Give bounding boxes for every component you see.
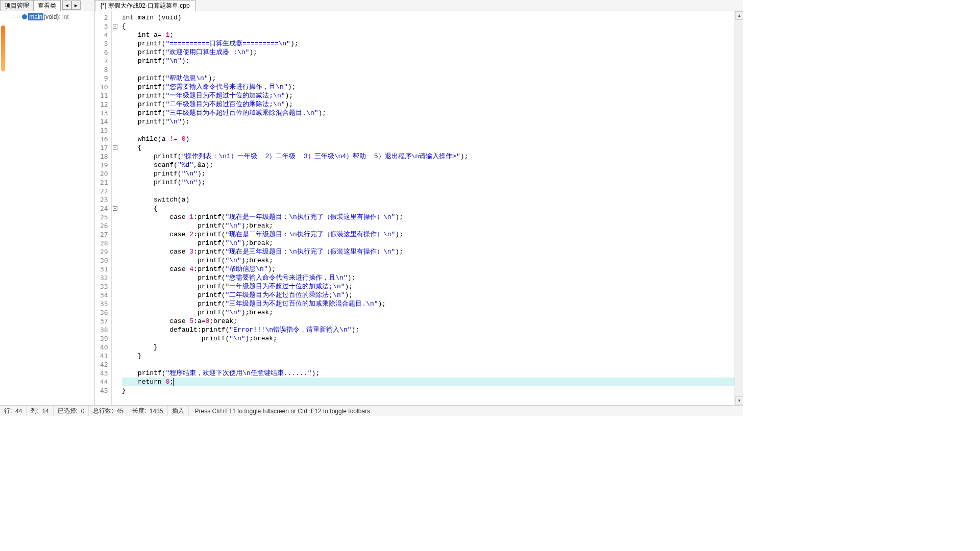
status-hint: Press Ctrl+F11 to toggle fullscreen or C… — [189, 408, 377, 415]
status-row: 行: 44 — [0, 406, 27, 416]
left-tabs: 项目管理 查看类 ◄ ► — [0, 0, 94, 11]
line-numbers: 2345678910111213141516171819202122232425… — [95, 11, 112, 405]
function-icon — [22, 14, 27, 19]
nav-next-button[interactable]: ► — [71, 1, 81, 10]
status-selected: 已选择: 0 — [54, 406, 89, 416]
status-total-lines: 总行数: 45 — [89, 406, 128, 416]
scroll-down-button[interactable]: ▼ — [735, 396, 743, 405]
tree-node-main[interactable]: ····· main(void) : int — [2, 13, 92, 20]
status-insert-mode: 插入 — [168, 406, 189, 416]
status-bar: 行: 44 列: 14 已选择: 0 总行数: 45 长度: 1435 插入 P… — [0, 405, 743, 416]
left-panel: 项目管理 查看类 ◄ ► ····· main(void) : int — [0, 0, 95, 405]
editor-panel: [*] 寒假大作战02-口算题菜单.cpp 234567891011121314… — [95, 0, 743, 405]
tree-connector: ····· — [12, 14, 20, 20]
tab-project[interactable]: 项目管理 — [0, 0, 34, 11]
scroll-up-button[interactable]: ▲ — [735, 11, 743, 20]
fold-column: −−− — [112, 11, 119, 405]
status-length: 长度: 1435 — [128, 406, 168, 416]
tree-func-name: main — [28, 13, 43, 20]
tab-classes[interactable]: 查看类 — [33, 0, 61, 11]
code-editor[interactable]: int main (void){ int a=-1; printf("=====… — [119, 11, 743, 405]
tree-func-sig: (void) — [43, 13, 59, 20]
file-tab-active[interactable]: [*] 寒假大作战02-口算题菜单.cpp — [95, 0, 195, 11]
tree-scroll-indicator[interactable] — [1, 26, 5, 71]
vertical-scrollbar[interactable]: ▲ ▼ — [734, 11, 743, 405]
file-tabs: [*] 寒假大作战02-口算题菜单.cpp — [95, 0, 743, 11]
nav-prev-button[interactable]: ◄ — [62, 1, 71, 10]
class-tree: ····· main(void) : int — [0, 11, 94, 405]
status-col: 列: 14 — [27, 406, 53, 416]
tree-func-ret: : int — [59, 13, 68, 20]
